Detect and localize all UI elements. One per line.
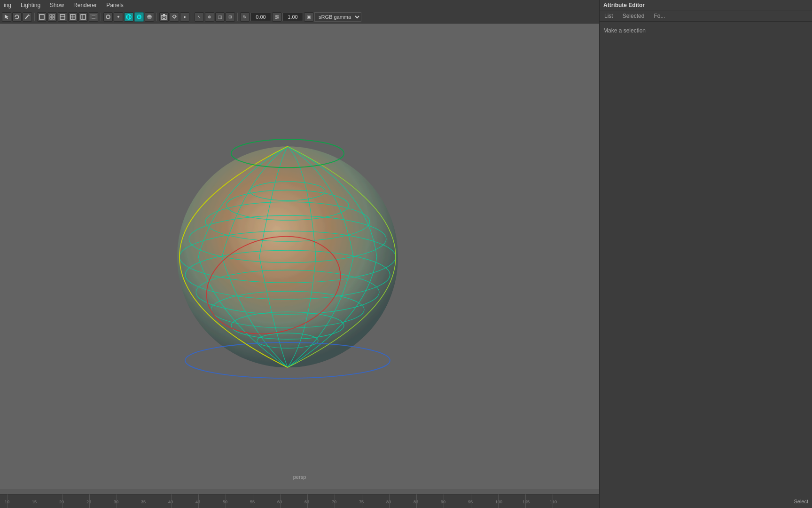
timeline-line (525, 494, 526, 508)
menu-item-panels[interactable]: Panels (104, 1, 125, 9)
attribute-editor-panel: Attribute Editor List Selected Fo... Mak… (599, 0, 812, 508)
timeline-tick: 105 (523, 500, 530, 504)
timeline-line (226, 494, 226, 508)
separator-2 (101, 13, 101, 21)
timeline-line (389, 494, 390, 508)
timeline-tick: 25 (86, 500, 91, 504)
svg-rect-5 (53, 15, 55, 16)
color-btn[interactable]: ▣ (304, 12, 313, 22)
quad-btn[interactable] (68, 12, 78, 22)
value1-input[interactable]: 0.00 (250, 13, 271, 21)
sphere-svg (165, 130, 410, 393)
timeline-tick: 50 (223, 500, 227, 504)
timeline-tick: 15 (32, 500, 37, 504)
svg-rect-17 (95, 15, 97, 19)
menu-item-show[interactable]: Show (48, 1, 66, 9)
timeline-line (89, 494, 90, 508)
timeline-tick: 10 (5, 500, 9, 504)
select-tool-btn[interactable] (2, 12, 11, 22)
timeline-line (444, 494, 444, 508)
sphere-container (165, 130, 410, 393)
timeline-line (335, 494, 335, 508)
layout-btn[interactable] (78, 12, 88, 22)
timeline-tick: 20 (59, 500, 64, 504)
light-btn[interactable] (170, 12, 179, 22)
wireframe-btn[interactable] (134, 12, 144, 22)
select-label: Select (794, 499, 808, 504)
grid-btn[interactable] (47, 12, 57, 22)
timeline[interactable]: 1015202530354045505560657075808590951001… (0, 494, 599, 508)
svg-point-18 (106, 15, 110, 19)
timeline-tick: 55 (250, 500, 255, 504)
svg-point-29 (173, 15, 176, 18)
timeline-line (117, 494, 117, 508)
svg-rect-7 (53, 17, 55, 19)
value2-input[interactable]: 1.00 (282, 13, 303, 21)
menu-item-ing[interactable]: ing (2, 1, 13, 9)
svg-rect-6 (50, 17, 52, 19)
timeline-ticks: 1015202530354045505560657075808590951001… (0, 494, 599, 508)
timeline-tick: 110 (550, 500, 557, 504)
timeline-line (171, 494, 172, 508)
xray-btn active[interactable] (124, 12, 133, 22)
timeline-tick: 45 (195, 500, 200, 504)
separator-1 (34, 13, 35, 21)
svg-rect-13 (81, 15, 86, 19)
paint-btn[interactable] (23, 12, 32, 22)
attr-tab-fo[interactable]: Fo... (651, 12, 668, 20)
camera-btn[interactable] (159, 12, 169, 22)
timeline-line (553, 494, 553, 508)
timeline-line (280, 494, 281, 508)
toolbar: ✦ ● ↖ ⊕ ◫ ⊞ ↻ 0.00 ⛓ 1.00 ▣ sRGB gamma (0, 10, 599, 24)
timeline-line (35, 494, 35, 508)
svg-line-1 (25, 16, 28, 19)
timeline-tick: 85 (414, 500, 418, 504)
attr-header: Attribute Editor (600, 0, 812, 10)
separator-3 (156, 13, 157, 21)
timeline-line (144, 494, 144, 508)
shadow-btn[interactable]: ● (180, 12, 189, 22)
lasso-btn[interactable] (12, 12, 22, 22)
anchor-btn[interactable]: ⊕ (205, 12, 214, 22)
timeline-line (8, 494, 8, 508)
menu-item-lighting[interactable]: Lighting (19, 1, 42, 9)
filmstrip-btn[interactable] (89, 12, 98, 22)
svg-point-34 (177, 146, 398, 367)
timeline-tick: 30 (114, 500, 118, 504)
timeline-line (307, 494, 308, 508)
timeline-tick: 100 (495, 500, 502, 504)
attr-tab-selected[interactable]: Selected (620, 12, 648, 20)
snap2-btn[interactable]: ◫ (215, 12, 225, 22)
svg-point-28 (163, 16, 165, 18)
panel-btn[interactable] (58, 12, 67, 22)
timeline-tick: 80 (386, 500, 391, 504)
timeline-tick: 70 (332, 500, 336, 504)
timeline-tick: 75 (359, 500, 364, 504)
svg-rect-8 (60, 15, 65, 19)
timeline-tick: 90 (441, 500, 445, 504)
attr-tab-list[interactable]: List (601, 12, 616, 20)
svg-rect-16 (90, 15, 92, 19)
move-btn[interactable]: ✦ (114, 12, 123, 22)
separator-4 (192, 13, 192, 21)
refresh-btn[interactable]: ↻ (240, 12, 250, 22)
viewport[interactable]: persp (0, 24, 599, 489)
timeline-tick: 95 (468, 500, 473, 504)
colorspace-select[interactable]: sRGB gamma (314, 12, 361, 22)
svg-rect-3 (39, 15, 44, 19)
snap-btn[interactable] (103, 12, 113, 22)
timeline-line (62, 494, 62, 508)
shaded-btn[interactable] (145, 12, 154, 22)
timeline-line (198, 494, 199, 508)
svg-rect-4 (50, 15, 52, 16)
timeline-tick: 40 (168, 500, 173, 504)
timeline-tick: 65 (304, 500, 309, 504)
snap3-btn[interactable]: ⊞ (226, 12, 235, 22)
move-arrow-btn[interactable]: ↖ (195, 12, 204, 22)
attr-tabs: List Selected Fo... (600, 10, 812, 22)
chain-btn[interactable]: ⛓ (272, 12, 281, 22)
timeline-line (253, 494, 253, 508)
box-btn[interactable] (37, 12, 47, 22)
timeline-tick: 60 (277, 500, 282, 504)
menu-item-renderer[interactable]: Renderer (71, 1, 99, 9)
